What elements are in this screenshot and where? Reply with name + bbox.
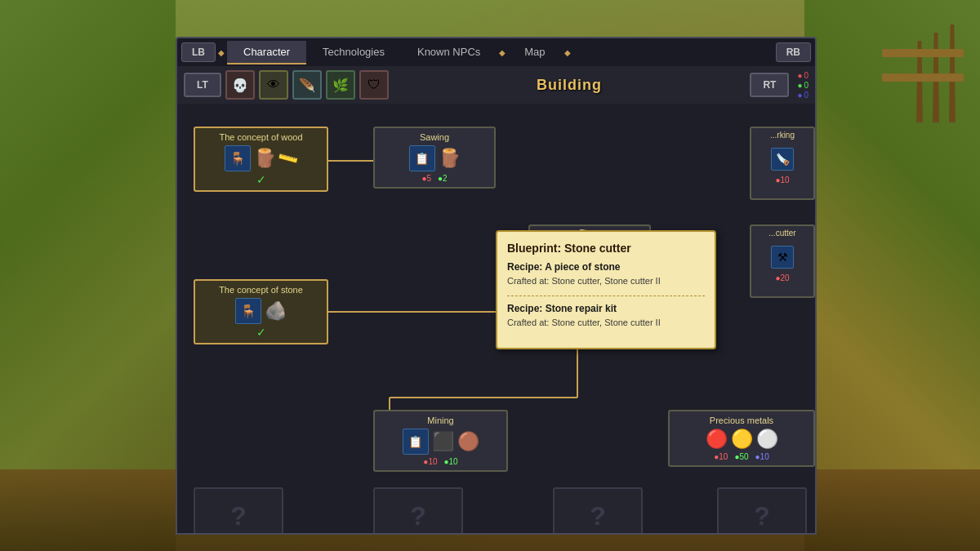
saw-blueprint-icon: 📋 [409,145,435,171]
concept-stone-icons: 🪑 🪨 [199,298,323,324]
green-value: 0 [804,81,808,90]
stonecutter-partial-title: ...cutter [751,226,813,240]
tech-node-woodworking-partial[interactable]: ...rking 🪚 ●10 [750,127,815,200]
resource-display: ● 0 ● 0 ● 0 [797,71,808,100]
tech-node-mining[interactable]: Mining 📋 ⬛ 🟤 ●10 ●10 [373,410,508,472]
sawing-cost-red: ●5 [421,174,431,183]
recipe1-name: Recipe: A piece of stone [507,261,705,273]
concept-wood-icons: 🪑 🪵 📏 [199,145,323,171]
woodworking-partial-title: ...rking [751,128,813,142]
mining-title: Mining [379,415,502,425]
pm-cost-green: ●50 [734,452,748,461]
nav-diamond-left: ◆ [216,48,227,57]
question-mark-4: ? [754,501,770,531]
unknown-node-4: ? [717,487,807,535]
sawing-log-icon: 🪵 [439,148,461,169]
chair-icon: 🪑 [225,145,251,171]
tech-node-precious-metals[interactable]: Precious metals 🔴 🟡 ⚪ ●10 ●50 ●10 [668,410,815,467]
stonecutter-cost-red: ●20 [775,273,789,282]
blue-value: 0 [804,91,808,100]
unknown-node-1: ? [194,487,283,535]
tech-node-concept-wood[interactable]: The concept of wood 🪑 🪵 📏 ✓ [194,127,328,192]
question-mark-2: ? [410,501,426,531]
precious-metals-title: Precious metals [674,415,809,425]
left-bg [0,0,176,551]
blueprint-title: Blueprint: Stone cutter [507,242,705,255]
recipe1-detail: Crafted at: Stone cutter, Stone cutter I… [507,275,705,287]
tab-character[interactable]: Character [227,41,306,64]
woodworking-icons: 🪚 [751,145,813,173]
shield-icon-btn[interactable]: 🛡 [359,70,389,100]
red-value: 0 [804,71,808,80]
eye-icon-btn[interactable]: 👁 [259,70,288,100]
content-area: The concept of wood 🪑 🪵 📏 ✓ Sawing 📋 🪵 ●… [176,104,817,535]
leaf-icon-btn[interactable]: 🌿 [326,70,355,100]
tab-map[interactable]: Map [508,41,561,64]
woodwork-icon1: 🪚 [771,148,794,171]
sawing-cost: ●5 ●2 [379,174,490,183]
stone-icon: 🪨 [265,300,287,322]
mining-mineral-icon: 🟤 [457,431,479,452]
nav-diamond-map: ◆ [562,48,573,57]
stonecutter-partial-icons: ⚒ [751,243,813,271]
precious-metals-cost: ●10 ●50 ●10 [674,452,809,461]
precious-metals-icons: 🔴 🟡 ⚪ [674,429,809,450]
mining-blueprint-icon: 📋 [403,429,429,455]
log-icon: 🪵 [254,148,276,169]
question-mark-3: ? [590,501,606,531]
resource-blue-row: ● 0 [797,91,808,100]
stonecutter-cost: ●20 [751,273,813,282]
pm-cost-red: ●10 [714,452,728,461]
mining-cost-green: ●10 [444,457,458,466]
mining-ore-icon: ⬛ [432,431,454,452]
mining-cost-red: ●10 [423,457,437,466]
resource-red-row: ● 0 [797,71,808,80]
mining-cost: ●10 ●10 [379,457,502,466]
concept-stone-title: The concept of stone [199,285,323,295]
tech-node-stonecutter-partial[interactable]: ...cutter ⚒ ●20 [750,224,815,298]
fence-decoration [882,24,964,147]
lt-button[interactable]: LT [184,73,221,97]
recipe2-detail: Crafted at: Stone cutter, Stone cutter I… [507,317,705,329]
mining-icons: 📋 ⬛ 🟤 [379,429,502,455]
ruby-icon: 🔴 [706,429,728,450]
sc-icon: ⚒ [771,246,794,269]
nav-bar: LB ◆ Character Technologies Known NPCs ◆… [176,37,817,66]
woodworking-cost-red: ●10 [775,176,789,184]
concept-stone-check: ✓ [199,326,323,339]
tab-technologies[interactable]: Technologies [306,41,401,64]
plank-icon: 📏 [276,146,301,171]
tech-node-concept-stone[interactable]: The concept of stone 🪑 🪨 ✓ [194,279,328,344]
tech-node-sawing[interactable]: Sawing 📋 🪵 ●5 ●2 [373,127,496,189]
rt-button[interactable]: RT [750,73,789,97]
tab-known-npcs[interactable]: Known NPCs [401,41,497,64]
nav-diamond-right: ◆ [497,48,508,57]
blueprint-divider [507,295,705,296]
feather-icon-btn[interactable]: 🪶 [292,70,322,100]
resource-green-row: ● 0 [797,81,808,90]
lb-button[interactable]: LB [181,42,216,62]
gold-icon: 🟡 [731,429,753,450]
rb-button[interactable]: RB [776,42,811,62]
building-label: Building [393,77,746,94]
red-dot: ● [797,71,802,80]
sawing-title: Sawing [379,132,490,142]
icon-bar: LT 💀 👁 🪶 🌿 🛡 Building RT ● 0 ● 0 ● 0 [176,66,817,104]
sawing-cost-green: ●2 [438,174,448,183]
concept-wood-title: The concept of wood [199,132,323,142]
blue-dot: ● [797,91,802,100]
stone-chair-icon: 🪑 [235,298,261,324]
woodworking-cost: ●10 [751,176,813,184]
concept-wood-check: ✓ [199,173,323,186]
unknown-node-3: ? [553,487,643,535]
silver-icon: ⚪ [756,429,778,450]
question-mark-1: ? [230,501,247,531]
sawing-icons: 📋 🪵 [379,145,490,171]
blueprint-tooltip: Blueprint: Stone cutter Recipe: A piece … [496,230,716,349]
recipe2-name: Recipe: Stone repair kit [507,303,705,314]
green-dot: ● [797,81,802,90]
skull-icon-btn[interactable]: 💀 [225,70,255,100]
pm-cost-blue: ●10 [755,452,769,461]
unknown-node-2: ? [373,487,463,535]
